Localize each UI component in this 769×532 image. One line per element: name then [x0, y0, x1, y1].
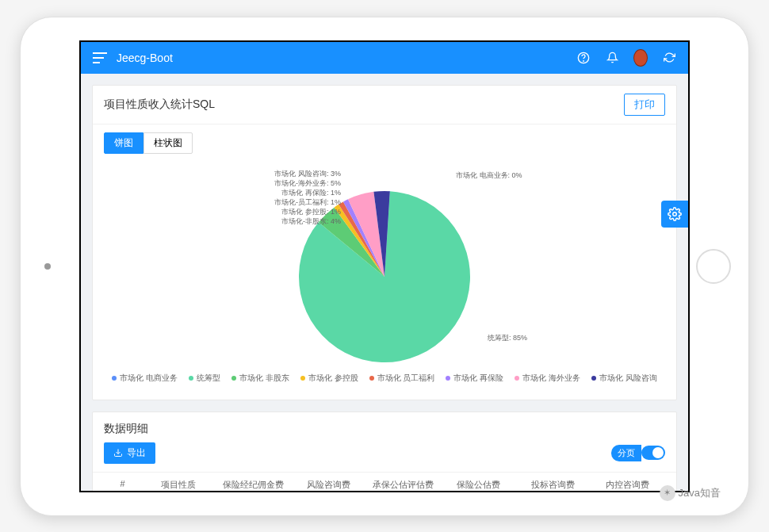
export-label: 导出 — [127, 446, 146, 460]
legend-dot-icon — [300, 376, 305, 381]
legend-dot-icon — [446, 376, 450, 381]
legend-label: 市场化 再保险 — [453, 373, 503, 384]
legend-dot-icon — [369, 376, 374, 381]
print-button[interactable]: 打印 — [624, 94, 665, 116]
legend-label: 市场化 风险咨询 — [599, 373, 657, 384]
legend-dot-icon — [231, 376, 236, 381]
legend-item[interactable]: 统筹型 — [189, 373, 220, 384]
slice-label: 市场化 风险咨询: 3% — [274, 170, 341, 178]
pagination-toggle[interactable]: 分页 — [611, 445, 665, 461]
app-brand: Jeecg-Boot — [117, 52, 173, 64]
legend-label: 市场化 海外业务 — [522, 373, 580, 384]
export-button[interactable]: 导出 — [104, 442, 155, 464]
table-header-cell: 投标咨询费 — [515, 479, 590, 491]
tab-pie[interactable]: 饼图 — [104, 132, 143, 154]
device-camera — [44, 263, 51, 270]
detail-toolbar: 导出 分页 — [93, 442, 676, 472]
legend-item[interactable]: 市场化 海外业务 — [515, 373, 580, 384]
chart-tabs: 饼图 柱状图 — [93, 124, 676, 162]
detail-title: 数据明细 — [104, 422, 148, 436]
legend-dot-icon — [112, 376, 117, 381]
legend-label: 市场化 电商业务 — [120, 373, 178, 384]
legend-item[interactable]: 市场化 风险咨询 — [591, 373, 657, 384]
chart-legend: 市场化 电商业务统筹型市场化 非股东市场化 参控股市场化 员工福利市场化 再保险… — [112, 368, 656, 392]
pie-chart: 市场化 电商业务: 0%统筹型: 85%市场化-非股东: 4%市场化 参控股: … — [194, 162, 575, 368]
slice-label: 市场化 再保险: 1% — [281, 189, 341, 197]
legend-label: 市场化 参控股 — [308, 373, 358, 384]
slice-label: 统筹型: 85% — [488, 334, 527, 342]
menu-toggle-icon[interactable] — [93, 52, 107, 63]
slice-label: 市场化-海外业务: 5% — [274, 179, 341, 187]
table-header-cell: 项目性质 — [141, 479, 216, 491]
legend-item[interactable]: 市场化 非股东 — [231, 373, 289, 384]
ipad-frame: Jeecg-Boot 项目性质收入统计SQL 打印 — [20, 17, 749, 516]
legend-dot-icon — [515, 376, 519, 381]
gear-icon — [668, 207, 682, 221]
table-header-cell: 承保公估评估费 — [365, 479, 440, 491]
table-header-cell: 内控咨询费 — [591, 479, 665, 491]
tab-bar[interactable]: 柱状图 — [143, 132, 193, 154]
settings-drawer-toggle[interactable] — [661, 201, 688, 228]
chart-card-header: 项目性质收入统计SQL 打印 — [93, 86, 676, 124]
detail-header: 数据明细 — [93, 412, 676, 442]
legend-dot-icon — [189, 376, 193, 381]
pagination-label: 分页 — [611, 445, 641, 461]
help-icon[interactable] — [576, 51, 591, 65]
chart-area: 市场化 电商业务: 0%统筹型: 85%市场化-非股东: 4%市场化 参控股: … — [93, 162, 676, 400]
table-header-cell: 保险经纪佣金费 — [216, 479, 291, 491]
slice-label: 市场化-员工福利: 1% — [274, 198, 341, 206]
table-header-cell: # — [104, 479, 141, 491]
watermark: ✶ Java知音 — [660, 485, 721, 501]
svg-point-2 — [673, 212, 677, 216]
content-area: 项目性质收入统计SQL 打印 饼图 柱状图 市场化 电商业务: 0%统筹型: 8… — [81, 74, 688, 492]
app-screen: Jeecg-Boot 项目性质收入统计SQL 打印 — [79, 40, 690, 492]
legend-item[interactable]: 市场化 参控股 — [300, 373, 358, 384]
svg-point-1 — [583, 60, 584, 61]
legend-dot-icon — [591, 376, 596, 381]
table-header-row: #项目性质保险经纪佣金费风险咨询费承保公估评估费保险公估费投标咨询费内控咨询费 — [93, 472, 676, 492]
refresh-icon[interactable] — [662, 51, 676, 65]
slice-label: 市场化 参控股: 1% — [281, 208, 341, 216]
legend-label: 市场化 非股东 — [239, 373, 289, 384]
download-icon — [113, 448, 123, 457]
chart-card: 项目性质收入统计SQL 打印 饼图 柱状图 市场化 电商业务: 0%统筹型: 8… — [92, 85, 677, 400]
app-header: Jeecg-Boot — [81, 42, 688, 74]
legend-item[interactable]: 市场化 再保险 — [446, 373, 503, 384]
legend-item[interactable]: 市场化 员工福利 — [369, 373, 435, 384]
avatar[interactable] — [633, 51, 648, 65]
watermark-text: Java知音 — [679, 486, 721, 500]
chart-title: 项目性质收入统计SQL — [104, 98, 215, 112]
detail-card: 数据明细 导出 分页 #项目性质保险经纪佣金费风险咨询费承保公估评估费保险公估费… — [92, 411, 677, 492]
slice-label: 市场化 电商业务: 0% — [456, 171, 522, 179]
legend-item[interactable]: 市场化 电商业务 — [112, 373, 178, 384]
bell-icon[interactable] — [605, 51, 619, 65]
slice-label: 市场化-非股东: 4% — [281, 217, 341, 225]
device-home-button[interactable] — [696, 249, 731, 284]
legend-label: 统筹型 — [197, 373, 220, 384]
table-header-cell: 保险公估费 — [441, 479, 515, 491]
wechat-icon: ✶ — [660, 485, 675, 501]
table-header-cell: 风险咨询费 — [291, 479, 365, 491]
legend-label: 市场化 员工福利 — [377, 373, 435, 384]
pagination-switch[interactable] — [641, 446, 665, 460]
